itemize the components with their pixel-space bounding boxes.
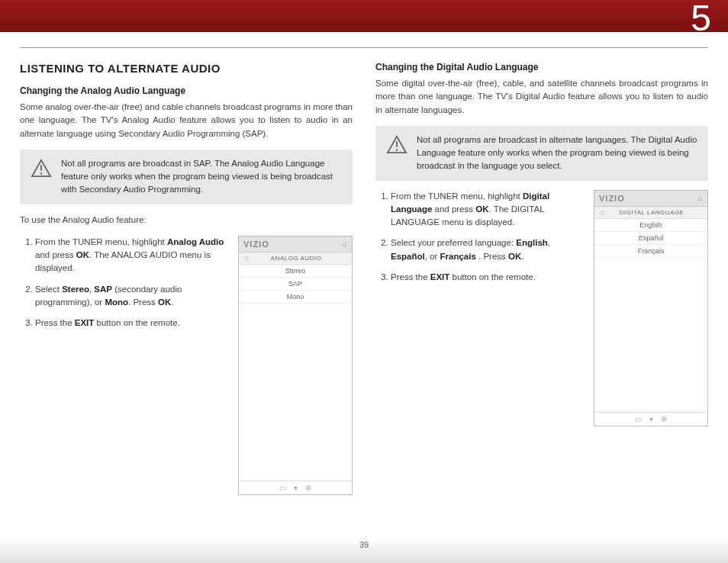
caption-icon: ▭ bbox=[635, 415, 642, 423]
tv-menu-title-row: ◁ DIGITAL LANGUAGE bbox=[594, 207, 707, 219]
right-note-text: Not all programs are broadcast in altern… bbox=[417, 134, 697, 173]
right-step-1: From the TUNER menu, highlight Digital L… bbox=[391, 190, 583, 230]
right-subheading: Changing the Digital Audio Language bbox=[375, 62, 708, 72]
tv-menu-header: VIZIO ⌂ bbox=[594, 191, 707, 207]
digital-language-menu: VIZIO ⌂ ◁ DIGITAL LANGUAGE English Españ… bbox=[594, 190, 708, 426]
tv-menu-item: Mono bbox=[239, 291, 352, 304]
tv-menu-title-row: ◁ ANALOG AUDIO bbox=[239, 253, 352, 265]
gear-icon: ✲ bbox=[661, 415, 667, 423]
tv-menu-item: Français bbox=[594, 245, 707, 258]
home-icon: ⌂ bbox=[698, 194, 703, 202]
tv-menu-title: DIGITAL LANGUAGE bbox=[601, 209, 703, 216]
tv-menu-footer: ▭ ▾ ✲ bbox=[239, 481, 352, 494]
right-note-box: Not all programs are broadcast in altern… bbox=[375, 126, 708, 181]
left-step-3: Press the EXIT button on the remote. bbox=[35, 317, 227, 330]
left-split: From the TUNER menu, highlight Analog Au… bbox=[20, 236, 353, 495]
warning-icon bbox=[386, 135, 407, 157]
section-title: LISTENING TO ALTERNATE AUDIO bbox=[20, 62, 353, 75]
right-column: Changing the Digital Audio Language Some… bbox=[375, 62, 708, 495]
left-lead-in: To use the Analog Audio feature: bbox=[20, 214, 353, 227]
vizio-logo: VIZIO bbox=[243, 240, 269, 249]
chapter-header-bar: 5 bbox=[0, 0, 728, 32]
page-number: 39 bbox=[0, 540, 728, 549]
left-note-text: Not all programs are broadcast in SAP. T… bbox=[61, 157, 342, 197]
svg-point-5 bbox=[396, 149, 398, 150]
right-step-3: Press the EXIT button on the remote. bbox=[391, 271, 583, 284]
tv-menu-item: English bbox=[594, 219, 707, 232]
right-step-2: Select your preferred language: English,… bbox=[391, 236, 583, 263]
svg-point-2 bbox=[40, 172, 42, 174]
tv-menu-footer: ▭ ▾ ✲ bbox=[594, 412, 707, 426]
home-icon: ⌂ bbox=[343, 240, 347, 248]
chevron-down-icon: ▾ bbox=[294, 484, 298, 492]
warning-icon bbox=[31, 159, 52, 181]
left-step-1: From the TUNER menu, highlight Analog Au… bbox=[35, 236, 227, 275]
left-intro: Some analog over-the-air (free) and cabl… bbox=[20, 101, 353, 140]
gear-icon: ✲ bbox=[305, 484, 311, 492]
left-subheading: Changing the Analog Audio Language bbox=[20, 85, 353, 96]
tv-menu-item: SAP bbox=[239, 278, 352, 291]
left-note-box: Not all programs are broadcast in SAP. T… bbox=[20, 150, 353, 204]
left-steps: From the TUNER menu, highlight Analog Au… bbox=[20, 236, 227, 338]
page-body: LISTENING TO ALTERNATE AUDIO Changing th… bbox=[0, 48, 728, 495]
tv-menu-item: Stereo bbox=[239, 265, 352, 278]
caption-icon: ▭ bbox=[279, 484, 286, 492]
chevron-down-icon: ▾ bbox=[649, 415, 653, 423]
right-steps: From the TUNER menu, highlight Digital L… bbox=[375, 190, 583, 292]
right-intro: Some digital over-the-air (free), cable,… bbox=[375, 77, 708, 117]
analog-audio-menu: VIZIO ⌂ ◁ ANALOG AUDIO Stereo SAP Mono ▭… bbox=[238, 236, 353, 495]
left-step-2: Select Stereo, SAP (secondary audio prog… bbox=[35, 283, 227, 310]
tv-menu-header: VIZIO ⌂ bbox=[239, 236, 352, 253]
vizio-logo: VIZIO bbox=[599, 194, 625, 203]
left-column: LISTENING TO ALTERNATE AUDIO Changing th… bbox=[20, 62, 353, 495]
chapter-number: 5 bbox=[691, 0, 711, 39]
tv-menu-item: Español bbox=[594, 232, 707, 245]
right-split: From the TUNER menu, highlight Digital L… bbox=[375, 190, 708, 426]
tv-menu-title: ANALOG AUDIO bbox=[245, 255, 347, 262]
